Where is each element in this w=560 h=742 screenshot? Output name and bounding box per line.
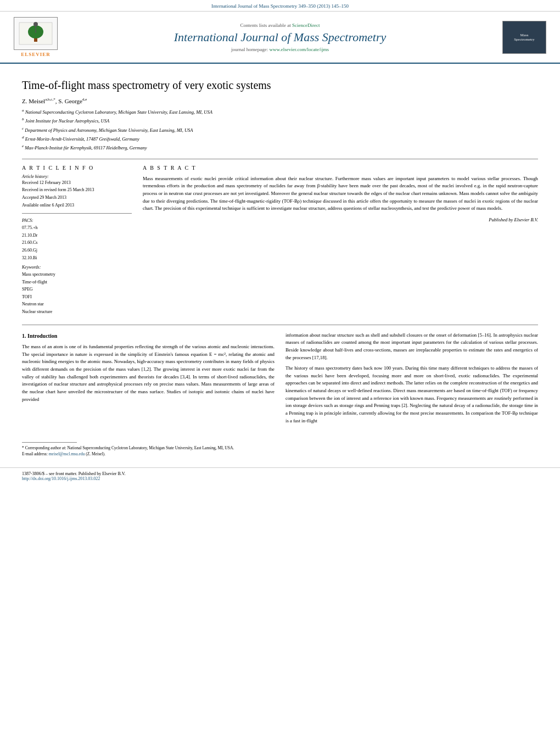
available-date: Available online 6 April 2013 xyxy=(22,202,132,209)
footnote-email: E-mail address: meisel@nscl.msu.edu (Z. … xyxy=(22,451,275,457)
received-revised-date: Received in revised form 25 March 2013 xyxy=(22,186,132,194)
footnote-star-text: * Corresponding author at: National Supe… xyxy=(22,445,234,450)
article-info-label: A R T I C L E I N F O xyxy=(22,165,132,171)
pacs-values: 07.75.+h 21.10.Dr 21.60.Cs 26.60.Gj 32.1… xyxy=(22,224,132,261)
article-info-column: A R T I C L E I N F O Article history: R… xyxy=(22,165,132,316)
doi-link[interactable]: http://dx.doi.org/10.1016/j.ijms.2013.03… xyxy=(22,476,100,481)
svg-point-3 xyxy=(33,22,38,26)
affiliation-e: e Max-Planck-Institut für Kernphysik, 69… xyxy=(22,143,538,152)
footnotes-area: * Corresponding author at: National Supe… xyxy=(22,437,538,458)
citation-text: International Journal of Mass Spectromet… xyxy=(211,3,349,9)
journal-logo-box: MassSpectrometry xyxy=(502,21,546,54)
abstract-label: A B S T R A C T xyxy=(143,165,538,171)
keyword-0: Mass spectrometry xyxy=(22,271,132,278)
pacs-0: 07.75.+h xyxy=(22,224,132,232)
keywords-values: Mass spectrometry Time-of-flight SPEG TO… xyxy=(22,271,132,316)
author2-name: S. George xyxy=(58,98,82,104)
intro-paragraph-1: The mass of an atom is one of its fundam… xyxy=(22,343,275,403)
author1-superscript: a,b,c,* xyxy=(45,97,55,102)
bottom-bar: 1387-3806/$ – see front matter. Publishe… xyxy=(0,467,560,484)
article-main: Time-of-flight mass spectrometry of very… xyxy=(0,64,560,463)
abstract-text: Mass measurements of exotic nuclei provi… xyxy=(143,175,538,213)
footnotes-left: * Corresponding author at: National Supe… xyxy=(22,437,275,458)
affiliation-b: b Joint Institute for Nuclear Astrophysi… xyxy=(22,116,538,125)
footnote-divider xyxy=(22,442,77,443)
keyword-2: SPEG xyxy=(22,286,132,293)
journal-title: International Journal of Mass Spectromet… xyxy=(60,30,500,44)
sciencedirect-link[interactable]: ScienceDirect xyxy=(292,23,320,28)
authors-line: Z. Meisela,b,c,*, S. Georged,e xyxy=(22,97,538,104)
keyword-3: TOFI xyxy=(22,293,132,301)
intro-heading-text: 1. Introduction xyxy=(22,333,57,339)
email-suffix: (Z. Meisel). xyxy=(86,451,105,456)
pacs-4: 32.10.Bi xyxy=(22,254,132,262)
homepage-url[interactable]: www.elsevier.com/locate/ijms xyxy=(270,47,329,52)
article-title: Time-of-flight mass spectrometry of very… xyxy=(22,79,538,92)
accepted-date: Accepted 29 March 2013 xyxy=(22,194,132,202)
elsevier-wordmark: ELSEVIER xyxy=(21,52,51,57)
keywords-label: Keywords: xyxy=(22,265,132,270)
keyword-5: Nuclear structure xyxy=(22,308,132,316)
contents-prefix: Contents lists available at xyxy=(240,23,292,28)
journal-logo-right: MassSpectrometry xyxy=(500,21,549,54)
left-column: 1. Introduction The mass of an atom is o… xyxy=(22,332,275,428)
history-label: Article history: xyxy=(22,174,132,179)
affiliation-a: a National Superconducting Cyclotron Lab… xyxy=(22,108,538,116)
pacs-1: 21.10.Dr xyxy=(22,232,132,239)
issn-line: 1387-3806/$ – see front matter. Publishe… xyxy=(22,471,538,476)
affiliation-c: c Department of Physics and Astronomy, M… xyxy=(22,126,538,134)
email-link[interactable]: meisel@nscl.msu.edu xyxy=(49,451,85,456)
affiliations: a National Superconducting Cyclotron Lab… xyxy=(22,108,538,152)
pacs-3: 26.60.Gj xyxy=(22,247,132,254)
abstract-block: A B S T R A C T Mass measurements of exo… xyxy=(143,165,538,316)
main-content-columns: 1. Introduction The mass of an atom is o… xyxy=(22,325,538,428)
introduction-heading: 1. Introduction xyxy=(22,332,275,341)
homepage-prefix: journal homepage: xyxy=(231,47,269,52)
doi-line: http://dx.doi.org/10.1016/j.ijms.2013.03… xyxy=(22,476,538,481)
article-info-abstract-columns: A R T I C L E I N F O Article history: R… xyxy=(22,159,538,316)
info-divider xyxy=(22,213,132,214)
published-by: Published by Elsevier B.V. xyxy=(143,217,538,222)
homepage-line: journal homepage: www.elsevier.com/locat… xyxy=(60,47,500,52)
pacs-label: PACS: xyxy=(22,218,132,223)
history-block: Article history: Received 12 February 20… xyxy=(22,174,132,209)
journal-header: ELSEVIER Contents lists available at Sci… xyxy=(0,12,560,64)
elsevier-logo: ELSEVIER xyxy=(11,17,60,57)
elsevier-logo-box xyxy=(14,17,58,50)
journal-center: Contents lists available at ScienceDirec… xyxy=(60,23,500,52)
received-date: Received 12 February 2013 xyxy=(22,179,132,187)
author2-superscript: d,e xyxy=(82,97,87,102)
affiliation-d: d Ernst-Moritz-Arndt-Universität, 17487 … xyxy=(22,135,538,143)
journal-logo-text: MassSpectrometry xyxy=(514,33,535,42)
email-label: E-mail address: xyxy=(22,451,49,456)
footnote-star: * Corresponding author at: National Supe… xyxy=(22,445,275,451)
pacs-2: 21.60.Cs xyxy=(22,239,132,247)
author1-name: Z. Meisel xyxy=(22,98,45,104)
top-bar: International Journal of Mass Spectromet… xyxy=(0,0,560,12)
elsevier-svg-icon xyxy=(16,20,55,47)
intro-paragraph-2: information about nuclear structure such… xyxy=(285,332,538,362)
right-column: information about nuclear structure such… xyxy=(285,332,538,428)
footnotes-right xyxy=(285,437,538,458)
intro-paragraph-3: The history of mass spectrometry dates b… xyxy=(285,365,538,425)
contents-line: Contents lists available at ScienceDirec… xyxy=(60,23,500,28)
keyword-4: Neutron star xyxy=(22,300,132,308)
keyword-1: Time-of-flight xyxy=(22,278,132,286)
